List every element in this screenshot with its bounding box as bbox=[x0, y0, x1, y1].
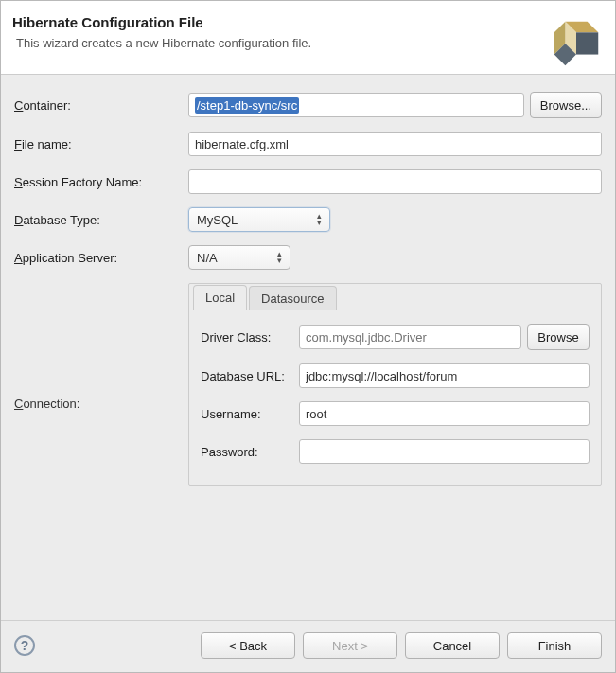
connection-tabs-frame: Local Datasource Driver Class: Browse Da… bbox=[188, 283, 602, 486]
back-button[interactable]: < Back bbox=[201, 632, 295, 659]
username-field[interactable] bbox=[299, 401, 590, 426]
wizard-window: Hibernate Configuration File This wizard… bbox=[0, 0, 616, 673]
session-factory-field[interactable] bbox=[188, 169, 602, 194]
app-server-select[interactable]: N/A ▴▾ bbox=[188, 245, 290, 270]
svg-marker-1 bbox=[576, 32, 598, 54]
page-subtitle: This wizard creates a new Hibernate conf… bbox=[16, 36, 604, 50]
filename-label: File name: bbox=[14, 137, 188, 151]
connection-label: Connection: bbox=[14, 283, 188, 411]
database-type-value: MySQL bbox=[197, 213, 307, 227]
stepper-icon: ▴▾ bbox=[273, 251, 286, 264]
cancel-button[interactable]: Cancel bbox=[405, 632, 500, 659]
page-title: Hibernate Configuration File bbox=[12, 14, 604, 30]
session-factory-label: Session Factory Name: bbox=[14, 175, 188, 189]
password-label: Password: bbox=[201, 445, 299, 459]
app-server-value: N/A bbox=[197, 251, 267, 265]
finish-button[interactable]: Finish bbox=[507, 632, 602, 659]
container-label: Container: bbox=[14, 98, 188, 113]
tab-local[interactable]: Local bbox=[193, 285, 247, 310]
help-icon[interactable]: ? bbox=[14, 635, 35, 656]
container-field[interactable]: /step1-db-sync/src bbox=[188, 93, 524, 117]
database-type-select[interactable]: MySQL ▴▾ bbox=[188, 207, 330, 232]
next-button[interactable]: Next > bbox=[303, 632, 397, 659]
tab-strip: Local Datasource bbox=[189, 284, 601, 310]
wizard-banner: Hibernate Configuration File This wizard… bbox=[1, 1, 615, 75]
form-area: Container: /step1-db-sync/src Browse... … bbox=[1, 75, 615, 620]
password-field[interactable] bbox=[299, 439, 590, 464]
database-url-field[interactable] bbox=[299, 363, 590, 388]
filename-field[interactable] bbox=[188, 132, 602, 156]
username-label: Username: bbox=[201, 407, 299, 421]
app-server-label: Application Server: bbox=[14, 251, 188, 265]
tab-body-local: Driver Class: Browse Database URL: Usern… bbox=[189, 310, 601, 485]
driver-class-field[interactable] bbox=[299, 325, 521, 349]
database-type-label: Database Type: bbox=[14, 213, 188, 227]
hibernate-icon bbox=[547, 12, 606, 71]
browse-container-button[interactable]: Browse... bbox=[530, 92, 602, 118]
container-value: /step1-db-sync/src bbox=[195, 97, 299, 114]
browse-driver-button[interactable]: Browse bbox=[527, 324, 590, 350]
tab-datasource[interactable]: Datasource bbox=[249, 286, 336, 310]
database-url-label: Database URL: bbox=[201, 369, 299, 383]
wizard-footer: ? < Back Next > Cancel Finish bbox=[1, 620, 615, 672]
stepper-icon: ▴▾ bbox=[312, 213, 326, 226]
driver-class-label: Driver Class: bbox=[201, 330, 299, 345]
